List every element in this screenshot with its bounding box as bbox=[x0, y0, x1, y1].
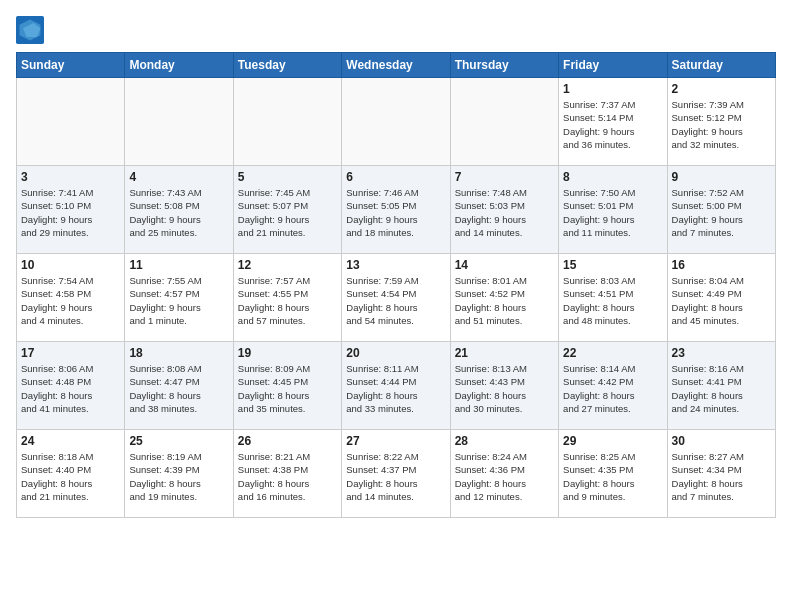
calendar-cell: 4Sunrise: 7:43 AM Sunset: 5:08 PM Daylig… bbox=[125, 166, 233, 254]
calendar-cell: 27Sunrise: 8:22 AM Sunset: 4:37 PM Dayli… bbox=[342, 430, 450, 518]
calendar-cell: 3Sunrise: 7:41 AM Sunset: 5:10 PM Daylig… bbox=[17, 166, 125, 254]
day-info: Sunrise: 8:27 AM Sunset: 4:34 PM Dayligh… bbox=[672, 450, 771, 503]
weekday-header-monday: Monday bbox=[125, 53, 233, 78]
day-number: 6 bbox=[346, 170, 445, 184]
calendar-cell: 1Sunrise: 7:37 AM Sunset: 5:14 PM Daylig… bbox=[559, 78, 667, 166]
day-number: 12 bbox=[238, 258, 337, 272]
day-number: 27 bbox=[346, 434, 445, 448]
day-number: 3 bbox=[21, 170, 120, 184]
calendar-cell: 5Sunrise: 7:45 AM Sunset: 5:07 PM Daylig… bbox=[233, 166, 341, 254]
day-info: Sunrise: 8:16 AM Sunset: 4:41 PM Dayligh… bbox=[672, 362, 771, 415]
day-number: 11 bbox=[129, 258, 228, 272]
day-info: Sunrise: 8:11 AM Sunset: 4:44 PM Dayligh… bbox=[346, 362, 445, 415]
calendar-cell: 22Sunrise: 8:14 AM Sunset: 4:42 PM Dayli… bbox=[559, 342, 667, 430]
calendar-cell bbox=[342, 78, 450, 166]
calendar-week-row: 24Sunrise: 8:18 AM Sunset: 4:40 PM Dayli… bbox=[17, 430, 776, 518]
calendar-cell: 20Sunrise: 8:11 AM Sunset: 4:44 PM Dayli… bbox=[342, 342, 450, 430]
day-number: 18 bbox=[129, 346, 228, 360]
calendar-cell: 14Sunrise: 8:01 AM Sunset: 4:52 PM Dayli… bbox=[450, 254, 558, 342]
day-number: 9 bbox=[672, 170, 771, 184]
day-info: Sunrise: 7:45 AM Sunset: 5:07 PM Dayligh… bbox=[238, 186, 337, 239]
calendar-cell: 2Sunrise: 7:39 AM Sunset: 5:12 PM Daylig… bbox=[667, 78, 775, 166]
calendar-cell bbox=[233, 78, 341, 166]
day-number: 10 bbox=[21, 258, 120, 272]
day-number: 19 bbox=[238, 346, 337, 360]
calendar-cell: 23Sunrise: 8:16 AM Sunset: 4:41 PM Dayli… bbox=[667, 342, 775, 430]
day-number: 30 bbox=[672, 434, 771, 448]
day-info: Sunrise: 7:41 AM Sunset: 5:10 PM Dayligh… bbox=[21, 186, 120, 239]
header bbox=[16, 16, 776, 44]
day-number: 2 bbox=[672, 82, 771, 96]
calendar-cell: 21Sunrise: 8:13 AM Sunset: 4:43 PM Dayli… bbox=[450, 342, 558, 430]
day-info: Sunrise: 8:13 AM Sunset: 4:43 PM Dayligh… bbox=[455, 362, 554, 415]
day-number: 26 bbox=[238, 434, 337, 448]
calendar-cell: 25Sunrise: 8:19 AM Sunset: 4:39 PM Dayli… bbox=[125, 430, 233, 518]
day-number: 20 bbox=[346, 346, 445, 360]
weekday-header-tuesday: Tuesday bbox=[233, 53, 341, 78]
day-number: 22 bbox=[563, 346, 662, 360]
logo bbox=[16, 16, 48, 44]
day-info: Sunrise: 8:19 AM Sunset: 4:39 PM Dayligh… bbox=[129, 450, 228, 503]
day-number: 5 bbox=[238, 170, 337, 184]
calendar-week-row: 10Sunrise: 7:54 AM Sunset: 4:58 PM Dayli… bbox=[17, 254, 776, 342]
calendar-cell: 15Sunrise: 8:03 AM Sunset: 4:51 PM Dayli… bbox=[559, 254, 667, 342]
calendar-cell: 19Sunrise: 8:09 AM Sunset: 4:45 PM Dayli… bbox=[233, 342, 341, 430]
weekday-header-sunday: Sunday bbox=[17, 53, 125, 78]
calendar-cell: 13Sunrise: 7:59 AM Sunset: 4:54 PM Dayli… bbox=[342, 254, 450, 342]
day-info: Sunrise: 8:24 AM Sunset: 4:36 PM Dayligh… bbox=[455, 450, 554, 503]
day-number: 7 bbox=[455, 170, 554, 184]
day-number: 21 bbox=[455, 346, 554, 360]
day-number: 29 bbox=[563, 434, 662, 448]
day-number: 14 bbox=[455, 258, 554, 272]
calendar-table: SundayMondayTuesdayWednesdayThursdayFrid… bbox=[16, 52, 776, 518]
calendar-cell: 11Sunrise: 7:55 AM Sunset: 4:57 PM Dayli… bbox=[125, 254, 233, 342]
day-info: Sunrise: 8:06 AM Sunset: 4:48 PM Dayligh… bbox=[21, 362, 120, 415]
calendar-week-row: 1Sunrise: 7:37 AM Sunset: 5:14 PM Daylig… bbox=[17, 78, 776, 166]
day-number: 17 bbox=[21, 346, 120, 360]
day-info: Sunrise: 7:39 AM Sunset: 5:12 PM Dayligh… bbox=[672, 98, 771, 151]
day-info: Sunrise: 8:14 AM Sunset: 4:42 PM Dayligh… bbox=[563, 362, 662, 415]
calendar-cell: 29Sunrise: 8:25 AM Sunset: 4:35 PM Dayli… bbox=[559, 430, 667, 518]
calendar-cell: 18Sunrise: 8:08 AM Sunset: 4:47 PM Dayli… bbox=[125, 342, 233, 430]
calendar-cell: 24Sunrise: 8:18 AM Sunset: 4:40 PM Dayli… bbox=[17, 430, 125, 518]
day-number: 25 bbox=[129, 434, 228, 448]
calendar-cell: 12Sunrise: 7:57 AM Sunset: 4:55 PM Dayli… bbox=[233, 254, 341, 342]
calendar-cell bbox=[125, 78, 233, 166]
day-info: Sunrise: 7:57 AM Sunset: 4:55 PM Dayligh… bbox=[238, 274, 337, 327]
calendar-cell: 17Sunrise: 8:06 AM Sunset: 4:48 PM Dayli… bbox=[17, 342, 125, 430]
day-number: 1 bbox=[563, 82, 662, 96]
calendar-cell: 8Sunrise: 7:50 AM Sunset: 5:01 PM Daylig… bbox=[559, 166, 667, 254]
calendar-cell: 9Sunrise: 7:52 AM Sunset: 5:00 PM Daylig… bbox=[667, 166, 775, 254]
weekday-header-row: SundayMondayTuesdayWednesdayThursdayFrid… bbox=[17, 53, 776, 78]
day-info: Sunrise: 8:01 AM Sunset: 4:52 PM Dayligh… bbox=[455, 274, 554, 327]
day-number: 24 bbox=[21, 434, 120, 448]
calendar-cell: 30Sunrise: 8:27 AM Sunset: 4:34 PM Dayli… bbox=[667, 430, 775, 518]
day-info: Sunrise: 8:21 AM Sunset: 4:38 PM Dayligh… bbox=[238, 450, 337, 503]
day-info: Sunrise: 7:54 AM Sunset: 4:58 PM Dayligh… bbox=[21, 274, 120, 327]
day-number: 15 bbox=[563, 258, 662, 272]
day-info: Sunrise: 8:25 AM Sunset: 4:35 PM Dayligh… bbox=[563, 450, 662, 503]
day-number: 4 bbox=[129, 170, 228, 184]
calendar-cell: 10Sunrise: 7:54 AM Sunset: 4:58 PM Dayli… bbox=[17, 254, 125, 342]
weekday-header-friday: Friday bbox=[559, 53, 667, 78]
day-info: Sunrise: 8:03 AM Sunset: 4:51 PM Dayligh… bbox=[563, 274, 662, 327]
calendar-cell: 7Sunrise: 7:48 AM Sunset: 5:03 PM Daylig… bbox=[450, 166, 558, 254]
calendar-cell: 16Sunrise: 8:04 AM Sunset: 4:49 PM Dayli… bbox=[667, 254, 775, 342]
day-number: 8 bbox=[563, 170, 662, 184]
calendar-cell: 6Sunrise: 7:46 AM Sunset: 5:05 PM Daylig… bbox=[342, 166, 450, 254]
day-info: Sunrise: 7:59 AM Sunset: 4:54 PM Dayligh… bbox=[346, 274, 445, 327]
day-info: Sunrise: 8:08 AM Sunset: 4:47 PM Dayligh… bbox=[129, 362, 228, 415]
day-info: Sunrise: 7:43 AM Sunset: 5:08 PM Dayligh… bbox=[129, 186, 228, 239]
day-number: 13 bbox=[346, 258, 445, 272]
day-info: Sunrise: 7:55 AM Sunset: 4:57 PM Dayligh… bbox=[129, 274, 228, 327]
day-info: Sunrise: 7:50 AM Sunset: 5:01 PM Dayligh… bbox=[563, 186, 662, 239]
calendar-week-row: 3Sunrise: 7:41 AM Sunset: 5:10 PM Daylig… bbox=[17, 166, 776, 254]
calendar-week-row: 17Sunrise: 8:06 AM Sunset: 4:48 PM Dayli… bbox=[17, 342, 776, 430]
day-info: Sunrise: 7:48 AM Sunset: 5:03 PM Dayligh… bbox=[455, 186, 554, 239]
day-number: 16 bbox=[672, 258, 771, 272]
day-info: Sunrise: 8:22 AM Sunset: 4:37 PM Dayligh… bbox=[346, 450, 445, 503]
calendar-cell bbox=[17, 78, 125, 166]
weekday-header-saturday: Saturday bbox=[667, 53, 775, 78]
day-info: Sunrise: 7:37 AM Sunset: 5:14 PM Dayligh… bbox=[563, 98, 662, 151]
day-info: Sunrise: 8:09 AM Sunset: 4:45 PM Dayligh… bbox=[238, 362, 337, 415]
